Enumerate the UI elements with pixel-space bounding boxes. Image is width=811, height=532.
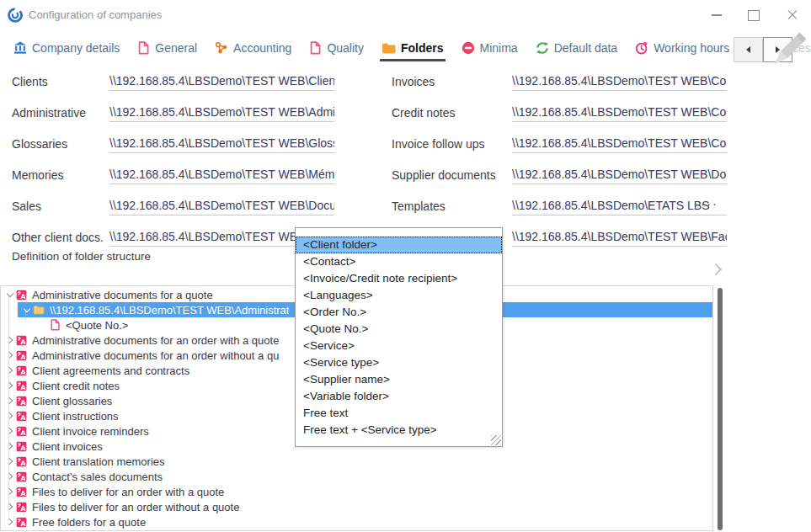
form-row: Supplier documents\\192.168.85.4\LBSDemo… bbox=[392, 163, 727, 194]
scroll-tabs-left-button[interactable] bbox=[734, 37, 763, 62]
tree-row[interactable]: A bbox=[1, 529, 712, 531]
field-value: \\192.168.85.4\LBSDemo\TEST WEB\Compta bbox=[512, 105, 727, 119]
collapse-chevron-icon[interactable] bbox=[5, 290, 14, 300]
tree-row[interactable]: AClient translation memories bbox=[1, 454, 712, 469]
dropdown-item[interactable]: Free text bbox=[296, 405, 502, 422]
expand-chevron-icon[interactable] bbox=[5, 412, 14, 421]
field-value: \\192.168.85.4\LBSDemo\TEST WEB\Docume bbox=[109, 199, 334, 212]
field-value: \\192.168.85.4\LBSDemo\TEST WEB\ bbox=[109, 230, 308, 243]
tab-default-data[interactable]: Default data bbox=[534, 39, 620, 61]
tree-row-label: Files to deliver for an order with a quo… bbox=[32, 486, 224, 498]
dropdown-item[interactable]: <Quote No.> bbox=[296, 321, 502, 338]
tree-row-label: Free folders for a quote bbox=[32, 516, 146, 529]
folder-path-field[interactable]: \\192.168.85.4\LBSDemo\TEST WEB\Compta bbox=[512, 101, 727, 122]
form-row: Invoice follow ups\\192.168.85.4\LBSDemo… bbox=[392, 132, 727, 163]
tree-row[interactable]: AFiles to deliver for an order without a… bbox=[1, 499, 712, 514]
dropdown-item[interactable]: <Supplier name> bbox=[296, 371, 502, 388]
section-expand-chevron-icon[interactable] bbox=[710, 263, 722, 275]
dropdown-resize-grip[interactable] bbox=[491, 435, 501, 445]
field-label: Other client docs. bbox=[12, 226, 109, 244]
dropdown-item[interactable]: <Languages> bbox=[296, 287, 502, 304]
field-value: \\192.168.85.4\LBSDemo\ETATS LBS bbox=[512, 199, 710, 212]
tab-quality[interactable]: Quality bbox=[307, 39, 365, 61]
collapse-chevron-icon[interactable] bbox=[22, 306, 31, 315]
expand-chevron-icon[interactable] bbox=[5, 442, 14, 451]
field-label: Invoices bbox=[392, 70, 512, 88]
expand-chevron-icon[interactable] bbox=[5, 351, 14, 360]
folder-path-field[interactable]: \\192.168.85.4\LBSDemo\TEST WEB\Clients bbox=[109, 70, 334, 91]
dropdown-item[interactable]: <Invoice/Credit note recipient> bbox=[296, 270, 502, 287]
dropdown-item[interactable]: <Contact> bbox=[296, 253, 502, 270]
expand-chevron-icon[interactable] bbox=[5, 396, 14, 406]
folder-path-field[interactable]: \\192.168.85.4\LBSDemo\TEST WEB\Mémoire bbox=[109, 163, 334, 184]
folder-path-field[interactable]: \\192.168.85.4\LBSDemo\TEST WEB\Adminis bbox=[109, 101, 334, 122]
form-row: Administrative\\192.168.85.4\LBSDemo\TES… bbox=[12, 101, 334, 132]
svg-text:A: A bbox=[21, 354, 26, 361]
expand-chevron-icon[interactable] bbox=[5, 518, 14, 527]
dropdown-item[interactable]: <Client folder> bbox=[296, 237, 502, 253]
tab-label: Accounting bbox=[233, 41, 291, 55]
folder-paths-left-column: Clients\\192.168.85.4\LBSDemo\TEST WEB\C… bbox=[12, 70, 334, 257]
dropdown-item[interactable]: <Order No.> bbox=[296, 304, 502, 321]
tab-minima[interactable]: Minima bbox=[460, 39, 520, 61]
tab-folders[interactable]: Folders bbox=[380, 39, 446, 61]
folder-path-field[interactable]: \\192.168.85.4\LBSDemo\TEST WEB\Factures bbox=[512, 226, 727, 247]
tree-row[interactable]: AFiles to deliver for an order with a qu… bbox=[1, 484, 712, 499]
svg-text:A: A bbox=[21, 505, 26, 513]
form-row: Sales\\192.168.85.4\LBSDemo\TEST WEB\Doc… bbox=[12, 194, 334, 226]
tree-row[interactable]: AContact’s sales documents bbox=[1, 469, 712, 484]
expand-chevron-icon[interactable] bbox=[5, 336, 14, 345]
tree-row[interactable]: AFree folders for a quote bbox=[1, 514, 712, 529]
tree-row-label: Administrative documents for a quote bbox=[32, 289, 213, 301]
edit-pencil-icon[interactable] bbox=[768, 25, 810, 67]
folder-path-field[interactable]: \\192.168.85.4\LBSDemo\TEST WEB\Docume bbox=[109, 194, 334, 215]
folder-icon bbox=[381, 42, 396, 55]
dropdown-item[interactable]: <Service> bbox=[296, 338, 502, 354]
tree-row-label: Client invoices bbox=[32, 440, 103, 453]
services-icon: A bbox=[16, 350, 27, 361]
tree-row-label: Client glossaries bbox=[32, 395, 112, 407]
tab-accounting[interactable]: Accounting bbox=[213, 39, 293, 61]
minimize-button[interactable] bbox=[704, 5, 729, 25]
tree-row-label: Client agreements and contracts bbox=[32, 364, 189, 377]
tab-general[interactable]: General bbox=[136, 39, 199, 61]
tab-label: General bbox=[155, 41, 197, 55]
folder-path-field[interactable]: \\192.168.85.4\LBSDemo\TEST WEB\Docume bbox=[512, 163, 727, 184]
folder-path-field[interactable]: \\192.168.85.4\LBSDemo\TEST WEB\Compta bbox=[512, 132, 727, 153]
tab-label: Working hours bbox=[654, 41, 729, 55]
services-icon: A bbox=[16, 426, 27, 437]
tab-working-hours[interactable]: Working hours bbox=[633, 39, 731, 61]
services-icon: A bbox=[16, 456, 27, 467]
tree-scrollbar-thumb[interactable] bbox=[718, 288, 723, 530]
expand-chevron-icon[interactable] bbox=[5, 366, 14, 375]
bank-icon bbox=[13, 41, 27, 55]
tree-indent-guide bbox=[25, 311, 26, 322]
maximize-button[interactable] bbox=[741, 5, 766, 25]
services-icon: A bbox=[16, 517, 27, 528]
expand-chevron-icon[interactable] bbox=[5, 427, 14, 436]
folder-path-field[interactable]: \\192.168.85.4\LBSDemo\TEST WEB\Glossair bbox=[109, 132, 334, 153]
tab-company-details[interactable]: Company details bbox=[12, 39, 121, 61]
svg-text:A: A bbox=[21, 293, 26, 301]
dropdown-item[interactable]: <Variable folder> bbox=[296, 388, 502, 405]
form-row: Glossaries\\192.168.85.4\LBSDemo\TEST WE… bbox=[12, 132, 334, 163]
expand-chevron-icon[interactable] bbox=[5, 472, 14, 481]
folder-path-field[interactable]: \\192.168.85.4\LBSDemo\TEST WEB\Compta bbox=[512, 70, 727, 91]
folder-path-field[interactable]: \\192.168.85.4\LBSDemo\ETATS LBS··· bbox=[512, 194, 727, 215]
expand-chevron-icon[interactable] bbox=[5, 503, 14, 512]
tree-row-label: \\192.168.85.4\LBSDemo\TEST WEB\Administ… bbox=[50, 304, 289, 317]
browse-ellipsis-button[interactable]: ··· bbox=[701, 196, 718, 210]
close-button[interactable] bbox=[780, 5, 805, 25]
expand-chevron-icon[interactable] bbox=[5, 487, 14, 497]
services-icon: A bbox=[16, 502, 27, 513]
dropdown-item[interactable]: <Service type> bbox=[296, 354, 502, 371]
document-icon bbox=[309, 41, 322, 55]
dropdown-item[interactable]: Free text + <Service type> bbox=[296, 422, 502, 439]
field-label: Glossaries bbox=[12, 132, 109, 151]
tab-label: Quality bbox=[327, 41, 364, 55]
expand-chevron-icon[interactable] bbox=[5, 381, 14, 391]
tab-bar: Company detailsGeneralAccountingQualityF… bbox=[12, 39, 811, 66]
field-label: Invoice follow ups bbox=[392, 132, 512, 151]
minus-circle-icon bbox=[462, 41, 475, 55]
expand-chevron-icon[interactable] bbox=[5, 457, 14, 466]
